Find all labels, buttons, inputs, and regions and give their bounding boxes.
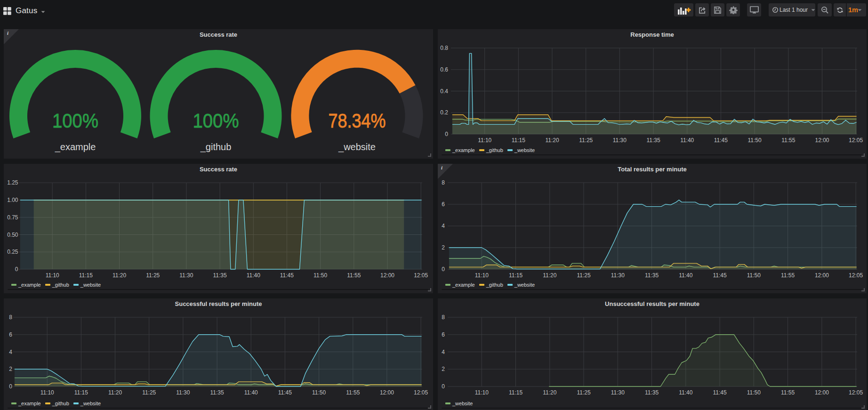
- svg-text:11:20: 11:20: [108, 389, 122, 396]
- svg-text:11:40: 11:40: [247, 272, 260, 279]
- svg-text:11:35: 11:35: [645, 389, 659, 396]
- svg-text:11:35: 11:35: [645, 272, 659, 279]
- svg-text:12:00: 12:00: [815, 137, 829, 144]
- svg-text:11:20: 11:20: [545, 137, 559, 144]
- svg-text:2: 2: [442, 244, 445, 251]
- svg-text:12:05: 12:05: [414, 272, 428, 279]
- svg-text:_example: _example: [55, 142, 96, 153]
- svg-text:0: 0: [9, 383, 12, 390]
- svg-text:11:25: 11:25: [146, 272, 160, 279]
- svg-text:11:35: 11:35: [210, 389, 224, 396]
- svg-text:8: 8: [9, 314, 12, 321]
- svg-text:11:50: 11:50: [313, 272, 327, 279]
- svg-text:8: 8: [442, 314, 445, 321]
- svg-text:11:45: 11:45: [278, 389, 292, 396]
- svg-text:0: 0: [445, 131, 448, 137]
- svg-text:11:45: 11:45: [280, 272, 294, 279]
- svg-text:11:50: 11:50: [748, 137, 762, 144]
- svg-text:11:25: 11:25: [577, 389, 590, 396]
- svg-text:11:45: 11:45: [714, 137, 728, 144]
- svg-text:11:30: 11:30: [611, 389, 625, 396]
- svg-text:11:55: 11:55: [346, 389, 360, 396]
- svg-text:11:30: 11:30: [613, 137, 627, 144]
- svg-text:11:15: 11:15: [509, 272, 522, 279]
- svg-text:11:30: 11:30: [611, 272, 625, 279]
- svg-text:11:40: 11:40: [679, 272, 692, 279]
- svg-text:11:55: 11:55: [781, 137, 795, 144]
- svg-text:8: 8: [442, 179, 445, 186]
- svg-text:11:25: 11:25: [579, 137, 593, 144]
- svg-text:11:40: 11:40: [680, 137, 694, 144]
- svg-text:1.00: 1.00: [7, 197, 18, 203]
- svg-text:12:05: 12:05: [414, 389, 428, 396]
- svg-text:11:55: 11:55: [347, 272, 361, 279]
- svg-text:0: 0: [442, 383, 445, 390]
- svg-text:11:50: 11:50: [312, 389, 326, 396]
- svg-text:0: 0: [15, 266, 18, 273]
- svg-text:11:50: 11:50: [747, 389, 761, 396]
- svg-text:11:45: 11:45: [713, 272, 727, 279]
- svg-text:11:55: 11:55: [781, 389, 795, 396]
- svg-text:_website: _website: [338, 142, 376, 153]
- svg-text:11:55: 11:55: [781, 272, 795, 279]
- svg-text:11:15: 11:15: [79, 272, 93, 279]
- svg-text:100%: 100%: [52, 109, 98, 132]
- svg-text:0.75: 0.75: [7, 214, 18, 221]
- svg-text:12:05: 12:05: [849, 389, 863, 396]
- svg-text:11:10: 11:10: [475, 272, 489, 279]
- svg-text:_github: _github: [200, 142, 232, 153]
- svg-text:11:15: 11:15: [509, 389, 522, 396]
- svg-text:11:10: 11:10: [46, 272, 59, 279]
- svg-text:0.50: 0.50: [7, 232, 18, 238]
- svg-text:11:50: 11:50: [747, 272, 761, 279]
- svg-text:2: 2: [442, 366, 445, 372]
- svg-text:12:00: 12:00: [815, 389, 829, 396]
- svg-text:11:40: 11:40: [679, 389, 692, 396]
- svg-text:12:00: 12:00: [380, 272, 394, 279]
- svg-text:0.4: 0.4: [440, 88, 448, 95]
- svg-text:11:15: 11:15: [74, 389, 88, 396]
- svg-text:4: 4: [9, 349, 12, 355]
- svg-text:0.8: 0.8: [440, 45, 448, 51]
- svg-text:11:30: 11:30: [179, 272, 193, 279]
- svg-text:12:05: 12:05: [849, 272, 863, 279]
- svg-text:4: 4: [442, 223, 445, 229]
- svg-text:11:40: 11:40: [244, 389, 258, 396]
- svg-text:6: 6: [9, 331, 12, 338]
- svg-text:11:25: 11:25: [142, 389, 156, 396]
- svg-text:11:10: 11:10: [40, 389, 54, 396]
- svg-text:78.34%: 78.34%: [329, 109, 386, 132]
- svg-text:6: 6: [442, 331, 445, 338]
- svg-text:100%: 100%: [193, 109, 239, 132]
- svg-text:0.6: 0.6: [440, 66, 448, 73]
- svg-text:0.25: 0.25: [7, 249, 18, 255]
- svg-text:11:35: 11:35: [647, 137, 660, 144]
- svg-text:1.25: 1.25: [7, 179, 18, 186]
- svg-text:6: 6: [442, 201, 445, 208]
- svg-text:11:15: 11:15: [512, 137, 525, 144]
- svg-text:4: 4: [442, 349, 445, 355]
- svg-text:11:20: 11:20: [543, 389, 556, 396]
- svg-text:11:25: 11:25: [577, 272, 590, 279]
- svg-text:11:20: 11:20: [113, 272, 126, 279]
- svg-text:12:00: 12:00: [380, 389, 394, 396]
- svg-text:0.2: 0.2: [440, 109, 448, 116]
- svg-text:11:10: 11:10: [475, 389, 489, 396]
- svg-text:11:10: 11:10: [478, 137, 491, 144]
- svg-text:11:45: 11:45: [713, 389, 727, 396]
- svg-text:11:30: 11:30: [176, 389, 190, 396]
- svg-text:11:35: 11:35: [213, 272, 227, 279]
- svg-text:0: 0: [442, 266, 445, 273]
- svg-text:12:05: 12:05: [849, 137, 863, 144]
- svg-text:12:00: 12:00: [815, 272, 829, 279]
- svg-text:11:20: 11:20: [543, 272, 556, 279]
- svg-text:2: 2: [9, 366, 12, 372]
